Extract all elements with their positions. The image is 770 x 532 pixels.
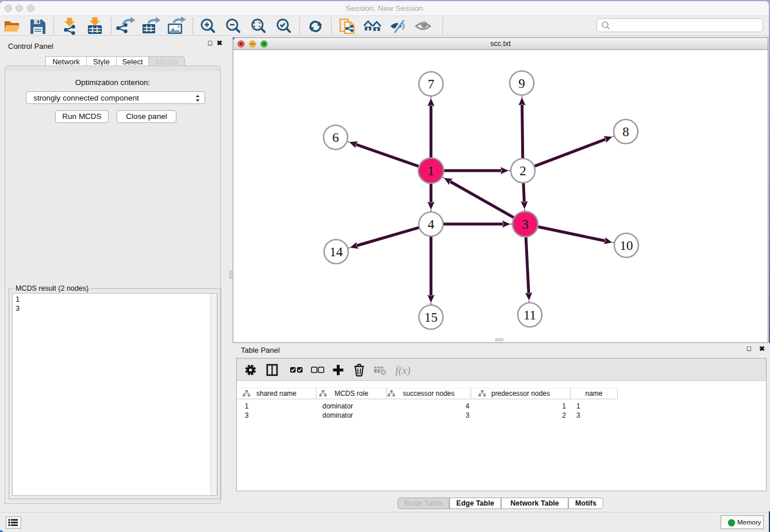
svg-text:4: 4 <box>428 217 434 232</box>
svg-text:14: 14 <box>330 245 344 259</box>
svg-text:9: 9 <box>518 76 525 91</box>
svg-text:3: 3 <box>522 217 529 232</box>
svg-text:10: 10 <box>620 238 633 253</box>
svg-text:11: 11 <box>523 308 536 322</box>
svg-text:8: 8 <box>622 125 629 139</box>
svg-text:15: 15 <box>425 310 438 325</box>
svg-text:6: 6 <box>332 130 339 145</box>
svg-text:1: 1 <box>428 164 434 178</box>
svg-text:f(x): f(x) <box>395 364 410 377</box>
svg-text:7: 7 <box>428 77 434 91</box>
svg-text:2: 2 <box>519 164 526 178</box>
